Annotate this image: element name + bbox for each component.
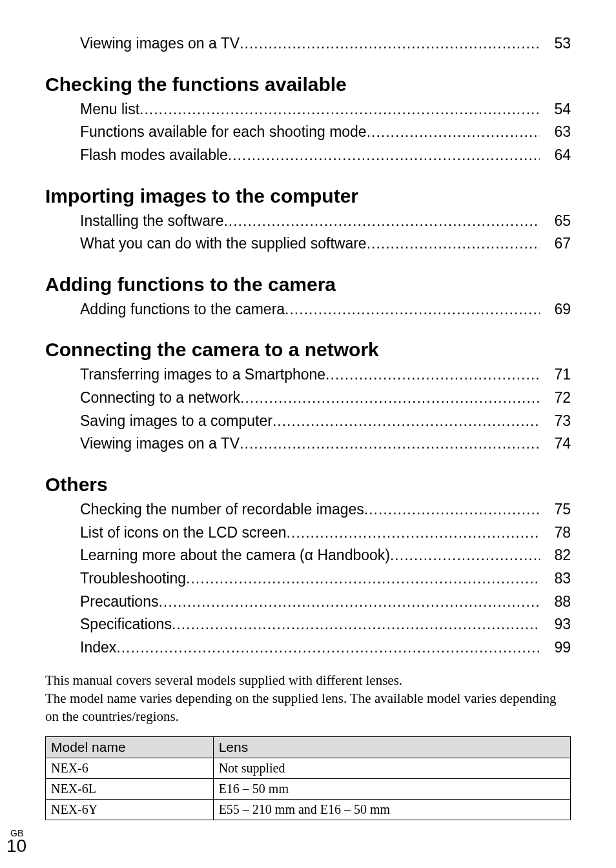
toc-entry[interactable]: Index 99: [80, 636, 571, 660]
toc-entry[interactable]: Adding functions to the camera 69: [80, 298, 571, 321]
toc-entry-page: 73: [540, 410, 571, 433]
toc-entry-label: Transferring images to a Smartphone: [80, 363, 325, 387]
toc-entry-label: Index: [80, 636, 116, 660]
cell-model: NEX-6Y: [46, 799, 214, 820]
toc-section-checking: Checking the functions available Menu li…: [45, 74, 571, 167]
toc-entry-page: 74: [540, 432, 571, 456]
cell-lens: E55 – 210 mm and E16 – 50 mm: [213, 799, 570, 820]
toc-leader: [223, 210, 540, 233]
toc-entry-label: Menu list: [80, 98, 139, 121]
th-lens: Lens: [213, 736, 570, 758]
footer-page-number: 10: [6, 836, 26, 856]
toc-list: Transferring images to a Smartphone 71 C…: [45, 363, 571, 456]
toc-entry-page: 88: [540, 590, 571, 614]
toc-list: Installing the software 65 What you can …: [45, 210, 571, 256]
toc-entry[interactable]: Viewing images on a TV 74: [80, 432, 571, 456]
toc-entry-page: 72: [540, 387, 571, 410]
toc-entry[interactable]: Connecting to a network 72: [80, 387, 571, 410]
cell-model: NEX-6L: [46, 778, 214, 799]
toc-section-adding: Adding functions to the camera Adding fu…: [45, 274, 571, 321]
toc-entry-label: List of icons on the LCD screen: [80, 521, 287, 545]
toc-leader: [367, 121, 540, 144]
toc-entry-page: 63: [540, 121, 571, 144]
cell-model: NEX-6: [46, 758, 214, 778]
toc-top-list: Viewing images on a TV 53: [45, 32, 571, 56]
toc-entry-page: 83: [540, 567, 571, 590]
toc-leader: [240, 432, 540, 456]
toc-entry[interactable]: Menu list 54: [80, 98, 571, 121]
toc-entry-label: Installing the software: [80, 210, 223, 233]
toc-list: Menu list 54 Functions available for eac…: [45, 98, 571, 167]
toc-entry-label: What you can do with the supplied softwa…: [80, 232, 367, 256]
toc-section-importing: Importing images to the computer Install…: [45, 185, 571, 256]
toc-entry-label: Viewing images on a TV: [80, 432, 240, 456]
toc-entry-label: Troubleshooting: [80, 567, 186, 590]
toc-entry-label: Viewing images on a TV: [80, 32, 240, 56]
toc-list: Checking the number of recordable images…: [45, 498, 571, 659]
toc-leader: [240, 32, 540, 56]
toc-leader: [287, 521, 540, 545]
table-header-row: Model name Lens: [46, 736, 571, 758]
toc-entry-label: Learning more about the camera (α Handbo…: [80, 544, 390, 567]
toc-leader: [390, 544, 540, 567]
toc-leader: [116, 636, 540, 660]
toc-entry[interactable]: Checking the number of recordable images…: [80, 498, 571, 521]
cell-lens: Not supplied: [213, 758, 570, 778]
toc-section-others: Others Checking the number of recordable…: [45, 474, 571, 659]
toc-entry[interactable]: Specifications 93: [80, 613, 571, 636]
toc-entry-page: 71: [540, 363, 571, 387]
toc-entry[interactable]: Saving images to a computer 73: [80, 410, 571, 433]
toc-entry[interactable]: Precautions 88: [80, 590, 571, 614]
section-heading: Connecting the camera to a network: [45, 339, 571, 361]
toc-entry-label: Flash modes available: [80, 144, 228, 167]
toc-entry[interactable]: Installing the software 65: [80, 210, 571, 233]
toc-entry-page: 65: [540, 210, 571, 233]
toc-list: Adding functions to the camera 69: [45, 298, 571, 321]
section-heading: Others: [45, 474, 571, 496]
toc-entry-page: 99: [540, 636, 571, 660]
toc-entry-page: 67: [540, 232, 571, 256]
toc-entry[interactable]: Transferring images to a Smartphone 71: [80, 363, 571, 387]
section-heading: Adding functions to the camera: [45, 274, 571, 296]
table-row: NEX-6Y E55 – 210 mm and E16 – 50 mm: [46, 799, 571, 820]
note-line-1: This manual covers several models suppli…: [45, 671, 571, 689]
toc-entry[interactable]: Functions available for each shooting mo…: [80, 121, 571, 144]
toc-leader: [139, 98, 540, 121]
toc-leader: [364, 498, 540, 521]
toc-leader: [367, 232, 540, 256]
toc-entry[interactable]: Learning more about the camera (α Handbo…: [80, 544, 571, 567]
toc-leader: [228, 144, 540, 167]
table-row: NEX-6L E16 – 50 mm: [46, 778, 571, 799]
toc-leader: [272, 410, 540, 433]
toc-entry-label: Adding functions to the camera: [80, 298, 285, 321]
toc-entry-label: Saving images to a computer: [80, 410, 272, 433]
toc-entry-label: Connecting to a network: [80, 387, 240, 410]
table-row: NEX-6 Not supplied: [46, 758, 571, 778]
toc-entry[interactable]: What you can do with the supplied softwa…: [80, 232, 571, 256]
toc-entry-label: Specifications: [80, 613, 172, 636]
model-lens-table: Model name Lens NEX-6 Not supplied NEX-6…: [45, 736, 571, 820]
toc-entry-page: 54: [540, 98, 571, 121]
toc-entry-page: 93: [540, 613, 571, 636]
th-model: Model name: [46, 736, 214, 758]
section-heading: Importing images to the computer: [45, 185, 571, 207]
toc-entry-page: 69: [540, 298, 571, 321]
toc-entry-page: 75: [540, 498, 571, 521]
toc-entry[interactable]: Troubleshooting 83: [80, 567, 571, 590]
toc-section-connecting: Connecting the camera to a network Trans…: [45, 339, 571, 456]
toc-entry[interactable]: Viewing images on a TV 53: [80, 32, 571, 56]
toc-entry-page: 78: [540, 521, 571, 545]
toc-entry-label: Precautions: [80, 590, 158, 614]
toc-entry-label: Functions available for each shooting mo…: [80, 121, 367, 144]
toc-leader: [325, 363, 540, 387]
toc-entry-page: 64: [540, 144, 571, 167]
toc-entry-page: 53: [540, 32, 571, 56]
section-heading: Checking the functions available: [45, 74, 571, 96]
toc-entry[interactable]: List of icons on the LCD screen 78: [80, 521, 571, 545]
model-note: This manual covers several models suppli…: [45, 671, 571, 726]
toc-leader: [285, 298, 540, 321]
toc-entry[interactable]: Flash modes available 64: [80, 144, 571, 167]
note-line-2: The model name varies depending on the s…: [45, 689, 571, 726]
page-footer: GB 10: [45, 824, 571, 856]
toc-leader: [158, 590, 540, 614]
